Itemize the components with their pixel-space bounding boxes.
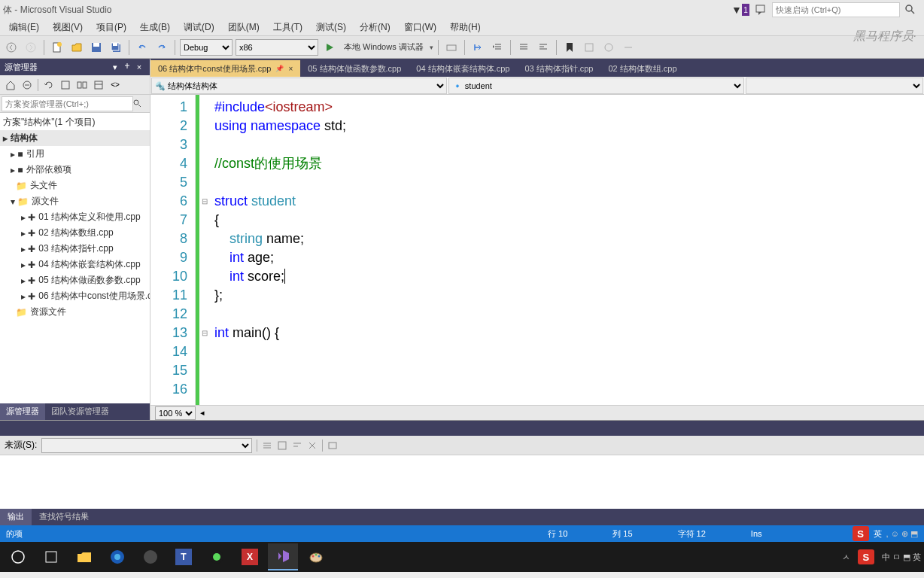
ime-lang[interactable]: 英 bbox=[874, 528, 882, 540]
misc-icon-1[interactable] bbox=[581, 39, 597, 56]
menu-debug[interactable]: 调试(D) bbox=[178, 20, 220, 35]
explorer-icon[interactable] bbox=[69, 543, 99, 570]
file-item[interactable]: ▸ ✚ 02 结构体数组.cpp bbox=[0, 225, 150, 241]
goto-icon[interactable] bbox=[327, 440, 338, 451]
home-icon[interactable] bbox=[3, 78, 18, 93]
new-file-icon[interactable] bbox=[49, 39, 65, 56]
app-icon-x[interactable]: X bbox=[235, 543, 265, 570]
menu-analyze[interactable]: 分析(N) bbox=[354, 20, 397, 35]
fold-column[interactable]: ⊟⊟ bbox=[199, 95, 210, 405]
code-content[interactable]: #include<iostream> using namespace std; … bbox=[210, 95, 924, 405]
ext-folder[interactable]: ▸ ■ 外部依赖项 bbox=[0, 162, 150, 178]
tab-solution-explorer[interactable]: 源管理器 bbox=[0, 403, 45, 420]
doc-tab[interactable]: 04 结构体嵌套结构体.cpp bbox=[409, 60, 517, 77]
tray-ime-badge[interactable]: S bbox=[858, 549, 874, 564]
file-item[interactable]: ▸ ✚ 03 结构体指针.cpp bbox=[0, 241, 150, 257]
toggle-icon[interactable] bbox=[277, 440, 287, 451]
quick-launch-input[interactable] bbox=[772, 2, 900, 17]
process-icon[interactable] bbox=[443, 39, 460, 56]
sync-icon[interactable] bbox=[58, 78, 73, 93]
app-icon-t[interactable]: T bbox=[169, 543, 199, 570]
wrap-icon[interactable] bbox=[292, 440, 302, 451]
zoom-select[interactable]: 100 % bbox=[155, 406, 196, 420]
menu-help[interactable]: 帮助(H) bbox=[444, 20, 487, 35]
menu-test[interactable]: 测试(S) bbox=[310, 20, 352, 35]
show-all-icon[interactable] bbox=[74, 78, 90, 93]
redo-icon[interactable] bbox=[153, 39, 170, 56]
save-all-icon[interactable] bbox=[108, 39, 124, 56]
misc-icon-3[interactable] bbox=[620, 39, 637, 56]
config-select[interactable]: Debug bbox=[180, 39, 233, 56]
solution-node[interactable]: 方案"结构体"(1 个项目) bbox=[0, 114, 150, 130]
doc-tab-active[interactable]: 06 结构体中const使用场景.cpp📌× bbox=[150, 60, 300, 77]
output-source-select[interactable] bbox=[41, 438, 252, 453]
undo-icon[interactable] bbox=[134, 39, 150, 56]
code-editor[interactable]: 12345678910111213141516 ⊟⊟ #include<iost… bbox=[150, 95, 924, 405]
pin-icon[interactable] bbox=[121, 61, 133, 73]
vs-icon[interactable] bbox=[268, 543, 298, 570]
start-icon[interactable] bbox=[3, 543, 33, 570]
menu-project[interactable]: 项目(P) bbox=[90, 20, 132, 35]
solution-search-input[interactable] bbox=[2, 96, 133, 111]
platform-select[interactable]: x86 bbox=[236, 39, 318, 56]
app-icon-green[interactable] bbox=[202, 543, 232, 570]
search-icon[interactable] bbox=[901, 2, 919, 17]
doc-tab[interactable]: 05 结构体做函数参数.cpp bbox=[300, 60, 409, 77]
member-dropdown[interactable]: 🔹 student bbox=[448, 78, 744, 94]
code-icon[interactable]: <> bbox=[108, 78, 123, 93]
clear-icon[interactable] bbox=[262, 440, 272, 451]
headers-folder[interactable]: 📁 头文件 bbox=[0, 178, 150, 193]
comment-icon[interactable] bbox=[515, 39, 532, 56]
tab-team-explorer[interactable]: 团队资源管理器 bbox=[45, 403, 115, 420]
properties-icon[interactable] bbox=[91, 78, 106, 93]
menu-edit[interactable]: 编辑(E) bbox=[3, 20, 45, 35]
file-item[interactable]: ▸ ✚ 04 结构体嵌套结构体.cpp bbox=[0, 257, 150, 272]
browser-icon[interactable] bbox=[102, 543, 132, 570]
uncomment-icon[interactable] bbox=[535, 39, 552, 56]
ime-badge[interactable]: S bbox=[853, 526, 869, 541]
pin-icon[interactable]: 📌 bbox=[275, 65, 284, 72]
dropdown-icon[interactable]: ▾ bbox=[109, 61, 121, 73]
menu-tools[interactable]: 工具(T) bbox=[267, 20, 309, 35]
refs-folder[interactable]: ▸ ■ 引用 bbox=[0, 146, 150, 162]
paint-icon[interactable] bbox=[301, 543, 331, 570]
cortana-icon[interactable] bbox=[36, 543, 66, 570]
func-dropdown[interactable] bbox=[746, 78, 923, 94]
doc-tab[interactable]: 02 结构体数组.cpp bbox=[601, 60, 685, 77]
menu-window[interactable]: 窗口(W) bbox=[398, 20, 442, 35]
tab-find-results[interactable]: 查找符号结果 bbox=[32, 509, 96, 525]
feedback-icon[interactable] bbox=[752, 2, 771, 17]
close-icon[interactable]: × bbox=[133, 61, 145, 73]
tray-lang[interactable]: 中 ㅁ ⬒ 英 bbox=[882, 552, 921, 563]
outdent-icon[interactable] bbox=[489, 39, 506, 56]
menu-view[interactable]: 视图(V) bbox=[47, 20, 89, 35]
file-item[interactable]: ▸ ✚ 01 结构体定义和使用.cpp bbox=[0, 209, 150, 225]
notification-flag-icon[interactable]: ▼1 bbox=[731, 2, 749, 17]
search-submit-icon[interactable] bbox=[133, 99, 148, 108]
tab-output[interactable]: 输出 bbox=[0, 509, 32, 525]
menu-build[interactable]: 生成(B) bbox=[134, 20, 176, 35]
file-item[interactable]: ▸ ✚ 05 结构体做函数参数.cpp bbox=[0, 272, 150, 288]
debugger-label[interactable]: 本地 Windows 调试器 bbox=[341, 41, 427, 53]
refresh-icon[interactable] bbox=[41, 78, 56, 93]
misc-icon-2[interactable] bbox=[600, 39, 617, 56]
close-tab-icon[interactable]: × bbox=[288, 65, 293, 73]
menu-team[interactable]: 团队(M) bbox=[222, 20, 266, 35]
project-node[interactable]: ▸ 结构体 bbox=[0, 130, 150, 146]
bookmark-icon[interactable] bbox=[561, 39, 578, 56]
nav-back-icon[interactable] bbox=[3, 39, 20, 56]
save-icon[interactable] bbox=[88, 39, 105, 56]
open-file-icon[interactable] bbox=[68, 39, 85, 56]
start-debug-button[interactable] bbox=[321, 39, 338, 56]
sources-folder[interactable]: ▾ 📁 源文件 bbox=[0, 193, 150, 209]
app-icon-1[interactable] bbox=[135, 543, 166, 570]
solution-tree[interactable]: 方案"结构体"(1 个项目) ▸ 结构体 ▸ ■ 引用 ▸ ■ 外部依赖项 📁 … bbox=[0, 113, 150, 403]
clear-all-icon[interactable] bbox=[307, 440, 318, 451]
doc-tab[interactable]: 03 结构体指针.cpp bbox=[517, 60, 600, 77]
file-item[interactable]: ▸ ✚ 06 结构体中const使用场景.cpp bbox=[0, 288, 150, 304]
output-content[interactable] bbox=[0, 455, 924, 510]
nav-fwd-icon[interactable] bbox=[23, 39, 39, 56]
step-icon[interactable] bbox=[470, 39, 486, 56]
collapse-icon[interactable] bbox=[20, 78, 35, 93]
scope-dropdown[interactable]: 🔩 结构体结构体 bbox=[151, 78, 447, 94]
